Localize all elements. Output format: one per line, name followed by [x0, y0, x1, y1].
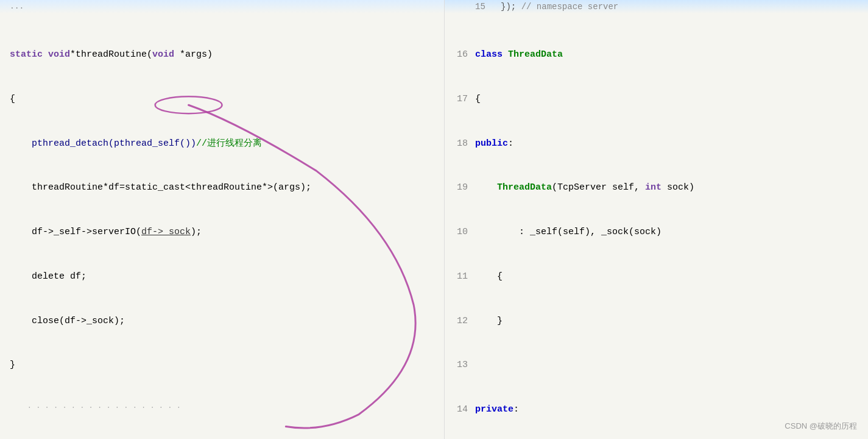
code-line: · · · · · · · · · · · · · · · · · · — [10, 402, 434, 415]
code-line: 11 { — [450, 269, 858, 285]
code-line: } — [10, 358, 434, 373]
code-line: df->_self->serverIO(df->_sock); — [10, 225, 434, 240]
code-line: pthread_detach(pthread_self())//进行线程分离 — [10, 137, 434, 152]
code-line: { — [10, 92, 434, 107]
code-line: close(df->_sock); — [10, 314, 434, 329]
code-line: 18public: — [450, 137, 858, 152]
code-line: static void*threadRoutine(void *args) — [10, 48, 434, 63]
code-line: 19 ThreadData(TcpServer self, int sock) — [450, 180, 858, 196]
code-line: 16class ThreadData — [450, 48, 858, 63]
right-code-block: 16class ThreadData 17{ 18public: 19 Thre… — [445, 13, 868, 439]
left-top-comment: ... — [0, 0, 444, 13]
left-code-block: static void*threadRoutine(void *args) { … — [0, 13, 444, 439]
right-code-panel: 15 }); // namespace server 16class Threa… — [445, 0, 868, 439]
code-line: threadRoutine*df=static_cast<threadRouti… — [10, 180, 434, 196]
code-line: 12 } — [450, 314, 858, 329]
watermark: CSDN @破晓的历程 — [785, 421, 857, 432]
code-line: 10 : _self(self), _sock(sock) — [450, 225, 858, 240]
right-top-comment: 15 }); // namespace server — [445, 0, 868, 13]
code-line: 17{ — [450, 92, 858, 107]
code-line: delete df; — [10, 269, 434, 285]
code-line: 13 — [450, 358, 858, 373]
left-code-panel: ... static void*threadRoutine(void *args… — [0, 0, 445, 439]
code-line: 14private: — [450, 402, 858, 418]
